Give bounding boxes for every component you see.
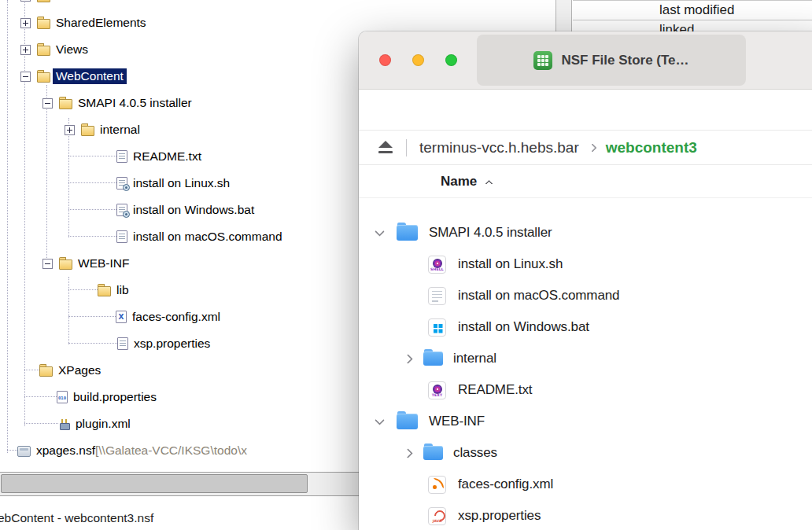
column-header-name[interactable]: Name xyxy=(359,165,812,198)
breadcrumb-host[interactable]: terminus-vcc.h.hebs.bar xyxy=(419,139,579,156)
window-titlebar[interactable]: NSF File Store (Te… xyxy=(359,31,812,90)
folder-icon xyxy=(397,225,418,241)
tree-item-label: faces-config.xml xyxy=(132,310,220,324)
folder-icon xyxy=(37,19,50,29)
tree-connector-line xyxy=(24,396,57,397)
file-row-install-linux[interactable]: install on Linux.sh xyxy=(359,248,812,280)
close-button[interactable] xyxy=(379,54,391,66)
tree-item-label: install on macOS.command xyxy=(133,230,282,244)
folder-icon xyxy=(37,72,50,83)
tree-item-views[interactable]: Views xyxy=(0,36,362,63)
tree-item-label: Views xyxy=(56,42,88,57)
tree-item-install-linux[interactable]: install on Linux.sh xyxy=(0,170,362,197)
disclosure-chevron-icon[interactable] xyxy=(403,448,413,458)
tree-connector-line xyxy=(68,289,98,290)
text-file-icon xyxy=(116,230,127,243)
tree-item-label: xsp.properties xyxy=(134,337,210,351)
file-name: WEB-INF xyxy=(429,414,485,429)
file-name: classes xyxy=(453,445,497,461)
tree-item-resources[interactable]: Resources xyxy=(0,0,362,9)
database-icon xyxy=(17,446,31,457)
tree-item-webcontent[interactable]: WebContent xyxy=(0,63,362,90)
tree-connector-line xyxy=(7,450,17,451)
tree-connector-line xyxy=(24,423,58,424)
column-header-last-modified[interactable]: last modified xyxy=(573,0,812,20)
folder-icon xyxy=(423,351,443,366)
horizontal-scrollbar[interactable] xyxy=(0,472,359,496)
zoom-button[interactable] xyxy=(445,54,457,66)
tree-item-plugin-xml[interactable]: plugin.xml xyxy=(0,410,362,437)
expand-toggle-icon[interactable] xyxy=(65,125,75,135)
collapse-toggle-icon[interactable] xyxy=(42,259,53,269)
script-file-icon xyxy=(116,177,127,190)
tree-item-xpages[interactable]: XPages xyxy=(0,357,362,384)
collapse-toggle-icon[interactable] xyxy=(20,72,31,82)
tree-item-install-windows[interactable]: install on Windows.bat xyxy=(0,197,362,223)
tree-item-build-properties[interactable]: build.properties xyxy=(0,384,362,410)
expand-toggle-icon[interactable] xyxy=(20,45,31,55)
tree-item-label: SharedElements xyxy=(56,16,146,30)
eject-icon[interactable] xyxy=(378,141,393,154)
tree-connector-line xyxy=(68,343,117,344)
windows-batch-icon xyxy=(428,318,446,337)
tree-item-xsp-properties[interactable]: xsp.properties xyxy=(0,330,362,357)
file-row-install-macos[interactable]: install on macOS.command xyxy=(359,280,812,311)
file-name: install on Linux.sh xyxy=(458,256,563,272)
tree-item-smapi-installer[interactable]: SMAPI 4.0.5 installer xyxy=(0,90,362,116)
file-name: README.txt xyxy=(458,382,532,398)
java-properties-icon xyxy=(428,507,446,525)
file-row-xsp-properties[interactable]: xsp.properties xyxy=(359,500,812,530)
expand-toggle-icon[interactable] xyxy=(20,18,31,28)
binary-properties-icon xyxy=(57,391,68,403)
folder-icon xyxy=(39,366,53,377)
scrollbar-thumb[interactable] xyxy=(1,474,308,493)
file-name: install on macOS.command xyxy=(458,288,619,304)
tree-item-readme[interactable]: README.txt xyxy=(0,143,362,170)
window-tab[interactable]: NSF File Store (Te… xyxy=(477,35,746,86)
expand-toggle-icon[interactable] xyxy=(20,0,31,2)
properties-file-icon xyxy=(117,337,128,350)
disclosure-chevron-icon[interactable] xyxy=(403,354,413,364)
collapse-toggle-icon[interactable] xyxy=(42,98,53,109)
disclosure-chevron-icon[interactable] xyxy=(375,415,385,425)
file-row-install-windows[interactable]: install on Windows.bat xyxy=(359,311,812,343)
file-row-web-inf[interactable]: WEB-INF xyxy=(359,406,812,437)
status-bar: ebContent - webcontent3.nsf xyxy=(0,511,360,525)
tree-connector-line xyxy=(24,370,39,370)
gear-overlay-icon xyxy=(123,211,130,218)
disclosure-chevron-icon[interactable] xyxy=(375,226,385,237)
tree-item-web-inf[interactable]: WEB-INF xyxy=(0,250,362,277)
minimize-button[interactable] xyxy=(412,54,424,66)
shell-script-icon xyxy=(428,256,446,274)
tree-item-label: lib xyxy=(116,283,129,297)
column-header-label: last modified xyxy=(659,2,734,18)
tree-item-internal[interactable]: internal xyxy=(0,116,362,143)
file-row-smapi-installer[interactable]: SMAPI 4.0.5 installer xyxy=(359,217,812,248)
path-bar: terminus-vcc.h.hebs.bar webcontent3 xyxy=(359,131,812,165)
status-bar-text: ebContent - webcontent3.nsf xyxy=(0,511,153,524)
xml-feed-icon xyxy=(428,476,446,494)
file-row-internal[interactable]: internal xyxy=(359,343,812,374)
file-row-classes[interactable]: classes xyxy=(359,437,812,469)
tree-item-label: README.txt xyxy=(133,149,201,164)
file-row-readme[interactable]: README.txt xyxy=(359,374,812,406)
folder-icon xyxy=(59,99,72,109)
tree-item-faces-config[interactable]: faces-config.xml xyxy=(0,304,362,330)
window-title: NSF File Store (Te… xyxy=(561,53,688,68)
file-name: xsp.properties xyxy=(458,508,541,524)
file-list: SMAPI 4.0.5 installer install on Linux.s… xyxy=(359,198,812,530)
tree-item-lib[interactable]: lib xyxy=(0,277,362,304)
command-script-icon xyxy=(428,287,446,305)
file-name: install on Windows.bat xyxy=(458,319,589,335)
tree-item-install-macos[interactable]: install on macOS.command xyxy=(0,223,362,250)
tree-item-xpages-nsf[interactable]: xpages.nsf [\\Galatea-VCC/IKSG\todo\x xyxy=(0,437,362,464)
tree-item-sharedelements[interactable]: SharedElements xyxy=(0,9,362,36)
nsf-file-store-window: NSF File Store (Te… terminus-vcc.h.hebs.… xyxy=(359,31,812,530)
folder-icon xyxy=(423,446,443,460)
folder-icon xyxy=(59,259,72,270)
plugin-icon xyxy=(58,418,70,430)
file-row-faces-config[interactable]: faces-config.xml xyxy=(359,469,812,500)
tree-connector-line xyxy=(68,236,116,237)
breadcrumb-current[interactable]: webcontent3 xyxy=(606,139,697,156)
sort-ascending-icon xyxy=(485,179,493,187)
